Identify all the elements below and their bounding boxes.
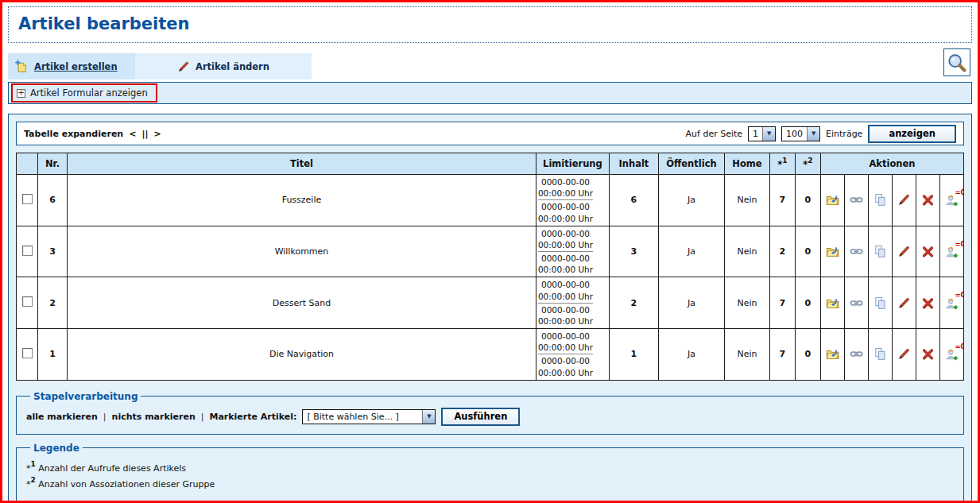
header-checkbox xyxy=(17,153,38,175)
action-delete-button[interactable] xyxy=(918,191,937,210)
action-copy-button[interactable] xyxy=(870,191,889,210)
folder-open-icon xyxy=(826,245,839,258)
row-star2: 0 xyxy=(795,226,820,277)
row-checkbox[interactable] xyxy=(22,348,33,358)
assoc-count-badge: =0 xyxy=(955,291,963,299)
action-link-button[interactable] xyxy=(846,293,866,312)
search-button[interactable] xyxy=(943,48,970,76)
per-page-select-value: 100 xyxy=(782,127,807,141)
action-link-button[interactable] xyxy=(846,345,866,364)
row-checkbox[interactable] xyxy=(22,246,33,256)
action-associations-button[interactable]: =0 xyxy=(942,345,961,364)
row-title: Willkommen xyxy=(68,226,536,277)
per-page-select[interactable]: 100 ▼ xyxy=(781,126,820,141)
delete-x-icon xyxy=(921,347,935,361)
page-frame: Artikel bearbeiten Artikel erstellen Art… xyxy=(0,0,980,503)
page-title: Artikel bearbeiten xyxy=(18,14,962,33)
action-edit-button[interactable] xyxy=(894,345,913,364)
page-select-value: 1 xyxy=(749,127,762,141)
row-home: Nein xyxy=(724,175,769,226)
table-row: 3 Willkommen 0000-00-0000:00:00 Uhr 0000… xyxy=(17,226,964,277)
articles-table: Nr. Titel Limitierung Inhalt Öffentlich … xyxy=(16,153,964,381)
header-aktionen: Aktionen xyxy=(820,153,963,175)
legend-title: Legende xyxy=(30,443,83,454)
action-open-button[interactable] xyxy=(823,191,842,210)
row-star1: 7 xyxy=(769,175,795,226)
select-none-link[interactable]: nichts markieren xyxy=(112,412,196,422)
legend-item-2: *2 Anzahl von Assoziationen dieser Grupp… xyxy=(26,477,954,489)
form-toggle-link[interactable]: + Artikel Formular anzeigen xyxy=(11,83,157,103)
action-edit-button[interactable] xyxy=(894,242,913,261)
tab-label-erstellen[interactable]: Artikel erstellen xyxy=(34,61,118,72)
edit-pencil-icon xyxy=(897,296,911,310)
pager-next[interactable]: > xyxy=(153,129,161,139)
row-limitierung: 0000-00-0000:00:00 Uhr 0000-00-0000:00:0… xyxy=(536,277,609,329)
chevron-down-icon: ▼ xyxy=(762,127,775,141)
action-open-button[interactable] xyxy=(823,345,842,364)
action-delete-button[interactable] xyxy=(918,293,937,312)
row-limitierung: 0000-00-0000:00:00 Uhr 0000-00-0000:00:0… xyxy=(536,175,609,226)
pager-prev[interactable]: < xyxy=(129,129,136,139)
page-select-label: Auf der Seite xyxy=(686,129,743,139)
legend-fieldset: Legende *1 Anzahl der Aufrufe dieses Art… xyxy=(16,443,964,501)
action-associations-button[interactable]: =0 xyxy=(942,293,961,312)
form-toggle-label: Artikel Formular anzeigen xyxy=(30,87,148,99)
row-inhalt: 3 xyxy=(609,226,658,277)
tab-bar: Artikel erstellen Artikel ändern xyxy=(8,53,972,79)
pager-pause[interactable]: || xyxy=(141,129,148,139)
row-star1: 2 xyxy=(769,226,795,277)
row-star1: 7 xyxy=(769,277,795,329)
action-edit-button[interactable] xyxy=(894,191,913,210)
entries-label: Einträge xyxy=(826,129,862,139)
chevron-down-icon: ▼ xyxy=(422,410,435,424)
table-pager-left: Tabelle expandieren < || > xyxy=(24,129,161,139)
row-oeffentlich: Ja xyxy=(658,329,724,381)
action-link-button[interactable] xyxy=(846,191,866,210)
folder-open-icon xyxy=(826,193,839,207)
action-open-button[interactable] xyxy=(823,242,842,261)
execute-button[interactable]: Ausführen xyxy=(441,408,520,426)
select-all-link[interactable]: alle markieren xyxy=(26,412,98,422)
row-oeffentlich: Ja xyxy=(658,277,724,329)
show-button[interactable]: anzeigen xyxy=(868,125,956,143)
action-associations-button[interactable]: =0 xyxy=(942,242,961,261)
row-checkbox[interactable] xyxy=(22,296,33,307)
action-delete-button[interactable] xyxy=(918,242,937,261)
action-copy-button[interactable] xyxy=(870,293,889,312)
edit-pencil-icon xyxy=(177,60,190,73)
batch-action-select[interactable]: [ Bitte wählen Sie... ] ▼ xyxy=(302,409,436,424)
action-link-button[interactable] xyxy=(846,242,866,261)
header-limitierung: Limitierung xyxy=(536,153,609,175)
tab-artikel-erstellen[interactable]: Artikel erstellen xyxy=(8,53,135,79)
action-associations-button[interactable]: =0 xyxy=(942,191,961,210)
link-icon xyxy=(850,245,863,258)
row-checkbox[interactable] xyxy=(22,194,33,204)
action-delete-button[interactable] xyxy=(918,345,937,364)
delete-x-icon xyxy=(921,296,935,310)
folder-open-icon xyxy=(826,296,839,310)
assoc-count-badge: =0 xyxy=(955,342,963,350)
action-copy-button[interactable] xyxy=(870,345,889,364)
copy-icon xyxy=(873,296,887,310)
batch-fieldset: Stapelverarbeitung alle markieren | nich… xyxy=(16,391,964,435)
row-title: Dessert Sand xyxy=(68,277,536,329)
header-titel: Titel xyxy=(68,153,536,175)
page-select[interactable]: 1 ▼ xyxy=(748,126,776,141)
expand-table-link[interactable]: Tabelle expandieren xyxy=(24,129,123,139)
tab-artikel-aendern[interactable]: Artikel ändern xyxy=(135,53,312,79)
batch-legend: Stapelverarbeitung xyxy=(30,391,141,402)
row-limitierung: 0000-00-0000:00:00 Uhr 0000-00-0000:00:0… xyxy=(536,226,609,277)
link-icon xyxy=(850,193,863,207)
edit-pencil-icon xyxy=(897,245,911,258)
action-open-button[interactable] xyxy=(823,293,842,312)
copy-icon xyxy=(873,245,887,258)
table-row: 1 Die Navigation 0000-00-0000:00:00 Uhr … xyxy=(17,329,964,381)
row-title: Die Navigation xyxy=(68,329,536,381)
action-edit-button[interactable] xyxy=(894,293,913,312)
legend-item-1: *1 Anzahl der Aufrufe dieses Artikels xyxy=(26,461,954,474)
header-star2: *2 xyxy=(795,153,820,175)
header-home: Home xyxy=(724,153,769,175)
action-copy-button[interactable] xyxy=(870,242,889,261)
row-home: Nein xyxy=(724,277,769,329)
table-row: 2 Dessert Sand 0000-00-0000:00:00 Uhr 00… xyxy=(17,277,964,329)
